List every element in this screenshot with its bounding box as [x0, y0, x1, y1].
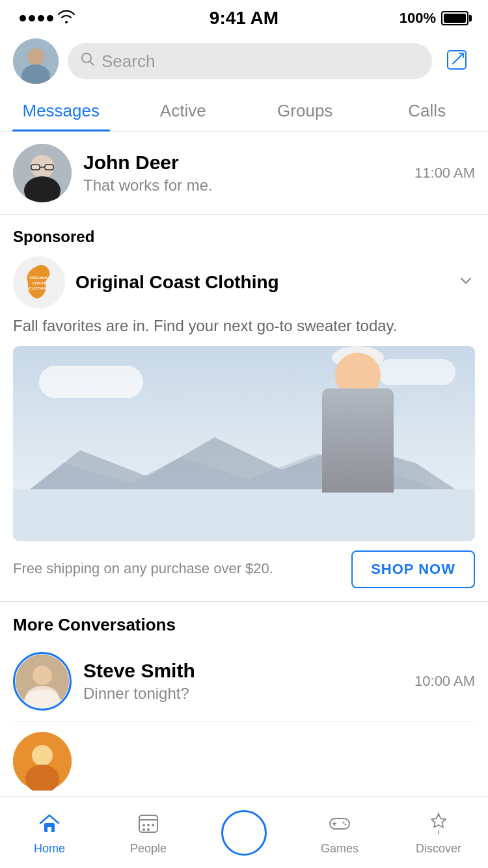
message-preview-john-deer: That works for me.: [83, 176, 403, 195]
ad-person: [280, 353, 436, 541]
header: Search: [0, 32, 488, 90]
ad-logo: ORIGINAL COAST CLOTHING: [13, 256, 65, 308]
battery-area: 100%: [400, 10, 468, 27]
search-bar[interactable]: Search: [68, 43, 432, 79]
svg-point-33: [142, 828, 145, 831]
scroll-area: John Deer That works for me. 11:00 AM Sp…: [0, 132, 488, 868]
more-conversations-section: More Conversations Steve Smith Dinner to…: [0, 601, 488, 808]
ad-image: [13, 346, 475, 541]
svg-point-39: [343, 822, 345, 824]
signal-area: [20, 9, 75, 27]
svg-text:CLOTHING: CLOTHING: [29, 286, 49, 290]
john-deer-avatar: [13, 144, 72, 202]
steve-smith-content: Steve Smith Dinner tonight?: [83, 660, 403, 703]
nav-label-home: Home: [34, 842, 65, 856]
nav-label-discover: Discover: [416, 842, 461, 856]
svg-point-20: [33, 666, 52, 685]
battery-percentage: 100%: [400, 10, 436, 27]
dot-1: [20, 15, 26, 21]
wifi-icon: [57, 9, 75, 27]
svg-point-24: [32, 745, 53, 766]
ad-offer-text: Free shipping on any purchase over $20.: [13, 559, 351, 579]
svg-point-30: [142, 824, 145, 826]
svg-line-4: [90, 61, 94, 65]
battery-fill: [444, 14, 466, 23]
steve-smith-avatar-inner: [16, 655, 69, 708]
signal-dots: [20, 15, 53, 21]
ad-description: Fall favorites are in. Find your next go…: [13, 315, 475, 337]
status-time: 9:41 AM: [210, 8, 278, 29]
dot-3: [38, 15, 44, 21]
discover-icon: [424, 809, 453, 838]
nav-item-home[interactable]: Home: [23, 809, 75, 856]
tab-active[interactable]: Active: [122, 90, 245, 131]
dot-4: [47, 15, 53, 21]
dropdown-icon[interactable]: [457, 271, 475, 293]
nav-label-games: Games: [321, 842, 359, 856]
search-icon: [81, 52, 95, 70]
steve-smith-time: 10:00 AM: [414, 673, 475, 690]
compose-button[interactable]: [441, 44, 475, 78]
search-placeholder: Search: [102, 51, 155, 72]
user-avatar[interactable]: [13, 38, 59, 84]
messenger-icon: [230, 819, 258, 847]
more-conversations-title: More Conversations: [13, 615, 475, 635]
tab-groups[interactable]: Groups: [244, 90, 366, 131]
ad-container: ORIGINAL COAST CLOTHING Original Coast C…: [13, 256, 475, 595]
people-icon: [134, 809, 163, 838]
nav-item-people[interactable]: People: [122, 809, 174, 856]
dot-2: [29, 15, 35, 21]
ad-header: ORIGINAL COAST CLOTHING Original Coast C…: [13, 256, 475, 308]
svg-point-34: [147, 828, 150, 831]
shop-now-button[interactable]: SHOP NOW: [351, 550, 475, 588]
conversation-item-partial[interactable]: [13, 722, 475, 802]
home-icon: [35, 809, 64, 838]
svg-rect-10: [31, 165, 40, 170]
svg-text:ORIGINAL: ORIGINAL: [29, 276, 49, 280]
nav-label-people: People: [130, 842, 167, 856]
tab-calls[interactable]: Calls: [366, 90, 489, 131]
sponsored-label: Sponsored: [13, 228, 475, 246]
battery-icon: [441, 11, 468, 25]
partial-avatar: [13, 732, 72, 791]
svg-text:COAST: COAST: [33, 281, 46, 285]
message-time-john-deer: 11:00 AM: [414, 165, 475, 182]
nav-item-games[interactable]: Games: [314, 809, 366, 856]
nav-messenger-circle[interactable]: [221, 810, 267, 856]
steve-smith-name: Steve Smith: [83, 660, 403, 682]
message-content-john-deer: John Deer That works for me.: [83, 152, 403, 195]
svg-point-32: [152, 824, 154, 826]
ad-advertiser-name: Original Coast Clothing: [75, 272, 446, 293]
svg-point-1: [27, 48, 44, 65]
svg-line-6: [453, 55, 462, 64]
tab-messages[interactable]: Messages: [0, 90, 122, 131]
tab-bar: Messages Active Groups Calls: [0, 90, 488, 132]
steve-smith-preview: Dinner tonight?: [83, 685, 403, 703]
nav-item-discover[interactable]: Discover: [413, 809, 465, 856]
sponsored-section: Sponsored ORIGINAL COAST CLOTHING: [0, 215, 488, 601]
ad-footer: Free shipping on any purchase over $20. …: [13, 550, 475, 595]
message-name-john-deer: John Deer: [83, 152, 403, 174]
steve-smith-avatar: [13, 652, 72, 711]
svg-point-40: [345, 824, 347, 826]
svg-point-31: [147, 824, 150, 826]
svg-rect-27: [47, 827, 51, 832]
bottom-nav: Home People: [0, 796, 488, 868]
message-item-john-deer[interactable]: John Deer That works for me. 11:00 AM: [0, 132, 488, 215]
games-icon: [325, 809, 354, 838]
conversation-item-steve-smith[interactable]: Steve Smith Dinner tonight? 10:00 AM: [13, 642, 475, 722]
svg-rect-11: [45, 165, 53, 170]
status-bar: 9:41 AM 100%: [0, 0, 488, 32]
